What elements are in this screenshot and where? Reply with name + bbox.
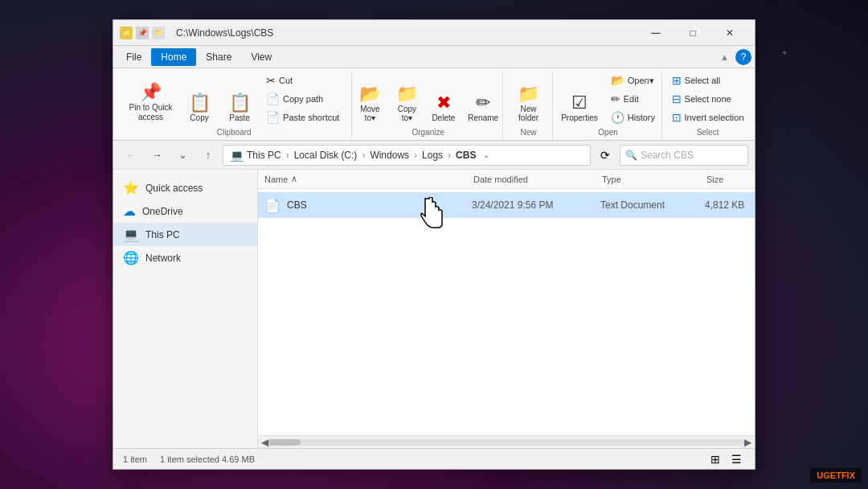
- move-icon: 📂: [359, 85, 381, 103]
- menu-file[interactable]: File: [117, 48, 151, 66]
- new-buttons: 📁 Newfolder: [510, 72, 548, 126]
- title-bar-icons: 📁 📌 📁: [120, 27, 165, 39]
- forward-button[interactable]: →: [145, 144, 168, 166]
- new-group: 📁 Newfolder New: [505, 72, 553, 140]
- file-icon: 📄: [264, 198, 280, 213]
- copy-button[interactable]: 📋 Copy: [180, 90, 219, 126]
- open-small-btns: 📂 Open▾ ✏ Edit 🕐 History: [605, 72, 661, 126]
- recent-locations-button[interactable]: ⌄: [171, 144, 194, 166]
- refresh-button[interactable]: ⟳: [594, 144, 616, 166]
- scroll-track: [268, 439, 744, 446]
- select-group: ⊞ Select all ⊟ Select none ⊡ Invert sele…: [664, 72, 751, 140]
- breadcrumb-windows: Windows: [370, 150, 409, 161]
- copy-path-icon: 📄: [266, 92, 280, 105]
- status-bar: 1 item 1 item selected 4.69 MB ⊞ ☰: [113, 448, 755, 469]
- paste-button[interactable]: 📋 Paste: [220, 90, 259, 126]
- address-bar[interactable]: 💻 This PC › Local Disk (C:) › Windows › …: [223, 145, 591, 166]
- close-button[interactable]: ✕: [711, 20, 748, 46]
- onedrive-icon: ☁: [123, 203, 136, 219]
- maximize-button[interactable]: □: [674, 20, 711, 46]
- table-row[interactable]: 📄 CBS 3/24/2021 9:56 PM Text Document 4,…: [258, 192, 755, 218]
- view-controls: ⊞ ☰: [706, 450, 745, 468]
- cut-button[interactable]: ✂ Cut: [260, 72, 345, 89]
- title-bar-controls: ─ □ ✕: [637, 20, 748, 46]
- search-box[interactable]: 🔍 Search CBS: [620, 145, 748, 166]
- edit-button[interactable]: ✏ Edit: [605, 90, 661, 108]
- sidebar-item-this-pc[interactable]: 💻 This PC: [113, 223, 257, 246]
- scroll-left-btn[interactable]: ◀: [261, 437, 268, 448]
- network-icon: 🌐: [123, 250, 139, 265]
- file-name: CBS: [287, 199, 472, 211]
- paste-icon: 📋: [229, 94, 251, 112]
- open-button[interactable]: 📂 Open▾: [605, 72, 661, 89]
- search-icon: 🔍: [625, 150, 637, 161]
- file-list: 📄 CBS 3/24/2021 9:56 PM Text Document 4,…: [258, 189, 755, 435]
- file-date: 3/24/2021 9:56 PM: [472, 199, 600, 211]
- select-buttons: ⊞ Select all ⊟ Select none ⊡ Invert sele…: [666, 72, 750, 126]
- new-folder-button[interactable]: 📁 Newfolder: [510, 81, 548, 126]
- copy-to-button[interactable]: 📁 Copyto▾: [389, 81, 424, 126]
- breadcrumb-thispc: This PC: [247, 150, 281, 161]
- status-item-count: 1 item: [123, 454, 147, 464]
- copy-path-button[interactable]: 📄 Copy path: [260, 90, 345, 108]
- breadcrumb-c: Local Disk (C:): [294, 150, 358, 161]
- new-folder-icon: 📁: [518, 85, 539, 103]
- sort-bar: Name ∧ Date modified Type Size: [258, 170, 755, 189]
- up-button[interactable]: ↑: [197, 144, 219, 166]
- open-buttons: ☑ Properties 📂 Open▾ ✏ Edit 🕐: [555, 72, 661, 126]
- title-bar: 📁 📌 📁 C:\Windows\Logs\CBS ─ □ ✕: [113, 20, 755, 46]
- menu-share[interactable]: Share: [196, 48, 241, 66]
- organize-buttons: 📂 Moveto▾ 📁 Copyto▾ ✖ Delete ✏ Rename: [352, 72, 504, 126]
- sort-by-size[interactable]: Size: [700, 170, 755, 188]
- list-view-button[interactable]: ☰: [727, 450, 745, 468]
- back-button[interactable]: ←: [120, 144, 142, 166]
- clipboard-group: 📌 Pin to Quick access 📋 Copy 📋 Paste ✂: [117, 72, 352, 140]
- scroll-right-btn[interactable]: ▶: [744, 437, 751, 448]
- rename-icon: ✏: [476, 94, 490, 112]
- delete-button[interactable]: ✖ Delete: [426, 90, 461, 126]
- scissors-icon: ✂: [266, 74, 276, 87]
- menu-view[interactable]: View: [241, 48, 281, 66]
- select-all-button[interactable]: ⊞ Select all: [666, 72, 750, 89]
- pin-button[interactable]: 📌 Pin to Quick access: [123, 80, 178, 126]
- folder-icon: 📁: [120, 27, 133, 39]
- sort-by-name[interactable]: Name ∧: [258, 170, 467, 188]
- ribbon: 📌 Pin to Quick access 📋 Copy 📋 Paste ✂: [113, 68, 755, 141]
- invert-selection-button[interactable]: ⊡ Invert selection: [666, 109, 750, 126]
- sidebar-item-onedrive[interactable]: ☁ OneDrive: [113, 199, 257, 223]
- scroll-thumb[interactable]: [268, 439, 301, 446]
- horizontal-scrollbar[interactable]: ◀ ▶: [258, 435, 755, 448]
- sidebar: ⭐ Quick access ☁ OneDrive 💻 This PC 🌐 Ne…: [113, 170, 258, 448]
- sidebar-item-quick-access[interactable]: ⭐ Quick access: [113, 176, 257, 199]
- details-view-button[interactable]: ⊞: [706, 450, 724, 468]
- sort-by-date[interactable]: Date modified: [467, 170, 596, 188]
- open-icon: 📂: [611, 74, 624, 87]
- rename-button[interactable]: ✏ Rename: [462, 90, 504, 126]
- copy-to-icon: 📁: [396, 85, 418, 103]
- minimize-button[interactable]: ─: [637, 20, 674, 46]
- sidebar-network-label: Network: [145, 253, 181, 264]
- help-button[interactable]: ?: [735, 49, 751, 65]
- copy-icon: 📋: [189, 94, 211, 112]
- history-button[interactable]: 🕐 History: [605, 109, 661, 126]
- paste-shortcut-icon: 📄: [266, 111, 280, 124]
- delete-icon: ✖: [436, 94, 451, 112]
- paste-shortcut-button[interactable]: 📄 Paste shortcut: [260, 109, 345, 126]
- title-bar-path: C:\Windows\Logs\CBS: [170, 27, 633, 39]
- address-dropdown-button[interactable]: ⌄: [479, 148, 493, 162]
- select-none-button[interactable]: ⊟ Select none: [666, 90, 750, 108]
- sort-by-type[interactable]: Type: [596, 170, 700, 188]
- clipboard-buttons: 📌 Pin to Quick access 📋 Copy 📋 Paste ✂: [123, 72, 345, 126]
- main-area: ⭐ Quick access ☁ OneDrive 💻 This PC 🌐 Ne…: [113, 170, 755, 448]
- properties-button[interactable]: ☑ Properties: [555, 90, 604, 126]
- breadcrumb-logs: Logs: [422, 150, 443, 161]
- pin-icon: 📌: [140, 84, 162, 101]
- select-none-icon: ⊟: [672, 92, 682, 105]
- move-to-button[interactable]: 📂 Moveto▾: [352, 81, 387, 126]
- menu-home[interactable]: Home: [151, 48, 196, 66]
- breadcrumb-cbs: CBS: [456, 150, 476, 161]
- quick-access-star-icon: ⭐: [123, 180, 139, 195]
- ugetfix-text: UGET: [817, 471, 841, 480]
- sidebar-item-network[interactable]: 🌐 Network: [113, 246, 257, 269]
- open-group: ☑ Properties 📂 Open▾ ✏ Edit 🕐: [555, 72, 662, 140]
